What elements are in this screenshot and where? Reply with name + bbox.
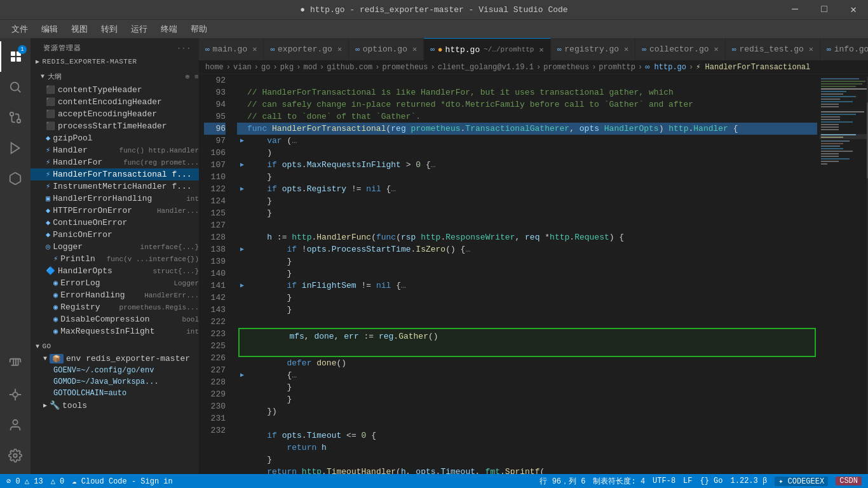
outline-item-MaxRequestsInFlight[interactable]: ◉ MaxRequestsInFlight int	[31, 325, 199, 337]
outline-item-contentEncodingHeader[interactable]: ⬛ contentEncodingHeader	[31, 96, 199, 108]
outline-item-ErrorLog[interactable]: ◉ ErrorLog Logger	[31, 277, 199, 289]
interface-icon: ◎	[46, 242, 50, 252]
sidebar-more-icon[interactable]: ···	[177, 44, 191, 52]
outline-item-contentTypeHeader[interactable]: ⬛ contentTypeHeader	[31, 84, 199, 96]
outline-item-HandlerForTransactional[interactable]: ⚡ HandlerForTransactional f...	[31, 168, 199, 180]
outline-item-HandlerOpts[interactable]: 🔷 HandlerOpts struct{...}	[31, 265, 199, 277]
tab-close-icon[interactable]: ✕	[539, 45, 543, 55]
svg-rect-13	[821, 81, 865, 82]
outline-item-gzipPool[interactable]: ◆ gzipPool	[31, 132, 199, 144]
svg-rect-15	[821, 86, 856, 87]
outline-item-HandlerFor[interactable]: ⚡ HandlerFor func(reg promet...	[31, 156, 199, 168]
status-indent[interactable]: 制表符长度: 4	[593, 476, 645, 487]
close-button[interactable]: ✕	[839, 0, 868, 19]
bc-mod[interactable]: mod	[303, 63, 317, 72]
activity-settings[interactable]	[0, 440, 31, 471]
svg-rect-45	[821, 161, 839, 162]
maximize-button[interactable]: □	[810, 0, 839, 19]
title-bar: ● http.go - redis_exporter-master - Visu…	[0, 0, 868, 19]
status-go-version[interactable]: 1.22.3 β	[731, 477, 768, 485]
outline-item-InstrumentMetricHandler[interactable]: ⚡ InstrumentMetricHandler f...	[31, 180, 199, 193]
outline-item-HandlerErrorHandling[interactable]: ▣ HandlerErrorHandling int	[31, 193, 199, 205]
tab-registry-go[interactable]: ∞ registry.go ✕	[551, 38, 636, 60]
svg-rect-36	[821, 137, 843, 138]
code-editor[interactable]: // HandlerForTransactional is like Handl…	[231, 74, 817, 474]
go-section-header[interactable]: ▼ GO	[31, 340, 199, 353]
status-encoding[interactable]: UTF-8	[653, 477, 675, 485]
outline-item-processStartTimeHeader[interactable]: ⬛ processStartTimeHeader	[31, 120, 199, 132]
bc-pkg[interactable]: pkg	[280, 63, 294, 72]
tab-close-icon[interactable]: ✕	[809, 44, 813, 54]
outline-item-Handler[interactable]: ⚡ Handler func() http.Handler	[31, 144, 199, 156]
svg-rect-40	[821, 148, 843, 149]
bc-http-go[interactable]: ∞ http.go	[645, 63, 686, 72]
minimize-button[interactable]: ─	[780, 0, 810, 19]
outline-item-Registry[interactable]: ◉ Registry prometheus.Regis...	[31, 301, 199, 313]
root-folder[interactable]: ▶ REDIS_EXPORTER-MASTER	[31, 55, 199, 68]
activity-search[interactable]	[0, 72, 31, 102]
status-codegeex[interactable]: ✦ CODEGEEX	[775, 477, 828, 486]
activity-test[interactable]	[0, 349, 31, 379]
status-csdn[interactable]: CSDN	[836, 477, 862, 485]
status-warnings[interactable]: △ 0	[51, 477, 65, 486]
bc-github[interactable]: github.com	[327, 63, 372, 72]
bc-client-golang[interactable]: client_golang@v1.19.1	[438, 63, 534, 72]
tab-close-icon[interactable]: ✕	[252, 44, 257, 54]
activity-source-control[interactable]	[0, 102, 31, 133]
tab-http-go[interactable]: ∞ ● http.go ~/…/promhttp ✕	[424, 38, 550, 60]
status-position[interactable]: 行 96，列 6	[539, 476, 585, 487]
activity-run[interactable]	[0, 133, 31, 163]
menu-goto[interactable]: 转到	[96, 21, 123, 37]
bc-prometheus2[interactable]: prometheus	[543, 63, 589, 72]
outline-item-DisableCompression[interactable]: ◉ DisableCompression bool	[31, 313, 199, 325]
go-file-icon: ∞	[557, 46, 562, 53]
bc-go[interactable]: go	[261, 63, 270, 72]
tab-close-icon[interactable]: ✕	[714, 44, 719, 54]
outline-item-Println[interactable]: ⚡ Println func(v ...interface{})	[31, 253, 199, 265]
outline-header[interactable]: ▼ 大纲 ⊕ ≡	[31, 69, 199, 84]
tab-info-go[interactable]: ∞ info.go ✕ ⋯	[820, 38, 868, 60]
go-tools-item[interactable]: ▶ 🔧 tools	[31, 399, 199, 412]
menu-terminal[interactable]: 终端	[156, 21, 182, 37]
bc-handler[interactable]: ⚡ HandlerForTransactional	[696, 62, 810, 72]
status-cloud-code[interactable]: ☁ Cloud Code - Sign in	[72, 477, 172, 486]
root-folder-label: REDIS_EXPORTER-MASTER	[43, 58, 137, 65]
activity-git[interactable]	[0, 379, 31, 410]
code-line: }	[237, 171, 817, 183]
activity-explorer[interactable]: 1	[0, 41, 31, 72]
code-line	[237, 219, 817, 231]
status-language[interactable]: {} Go	[700, 477, 723, 485]
menu-view[interactable]: 视图	[66, 21, 93, 37]
bc-vian[interactable]: vian	[233, 63, 252, 72]
activity-account[interactable]	[0, 410, 31, 440]
bc-home[interactable]: home	[205, 63, 224, 72]
bc-promhttp[interactable]: promhttp	[599, 63, 635, 72]
tab-close-icon[interactable]: ✕	[412, 44, 417, 54]
activity-extensions[interactable]	[0, 163, 31, 194]
status-errors[interactable]: ⊘ 0 △ 13	[6, 477, 43, 486]
outline-item-PanicOnError[interactable]: ◆ PanicOnError	[31, 229, 199, 241]
menu-file[interactable]: 文件	[6, 21, 33, 37]
tab-collector-go[interactable]: ∞ collector.go ✕	[635, 38, 725, 60]
code-line: h := http.HandlerFunc(func(rsp http.Resp…	[237, 231, 817, 243]
outline-item-HTTPErrorOnError[interactable]: ◆ HTTPErrorOnError Handler...	[31, 205, 199, 217]
outline-item-Logger[interactable]: ◎ Logger interface{...}	[31, 241, 199, 253]
bc-prometheus[interactable]: prometheus	[382, 63, 428, 72]
menu-run[interactable]: 运行	[126, 21, 153, 37]
tab-main-go[interactable]: ∞ main.go ✕	[199, 38, 264, 60]
field-icon: ⬛	[46, 97, 55, 107]
tab-close-icon[interactable]: ✕	[624, 44, 628, 54]
env-chevron-icon: ▼	[43, 355, 47, 362]
status-line-ending[interactable]: LF	[683, 477, 692, 485]
go-env-item[interactable]: ▼ 📦 env redis_exporter-master	[31, 353, 199, 365]
outline-item-acceptEncodingHeader[interactable]: ⬛ acceptEncodingHeader	[31, 108, 199, 120]
tab-option-go[interactable]: ∞ option.go ✕	[349, 38, 424, 60]
menu-edit[interactable]: 编辑	[36, 21, 63, 37]
outline-item-ContinueOnError[interactable]: ◆ ContinueOnError	[31, 217, 199, 229]
tab-exporter-go[interactable]: ∞ exporter.go ✕	[264, 38, 349, 60]
outline-item-ErrorHandling[interactable]: ◉ ErrorHandling HandlerErr...	[31, 289, 199, 301]
menu-help[interactable]: 帮助	[186, 21, 212, 37]
tab-close-icon[interactable]: ✕	[337, 44, 342, 54]
tab-redis-test-go[interactable]: ∞ redis_test.go ✕	[726, 38, 820, 60]
sidebar-title: 资源管理器	[43, 43, 81, 53]
